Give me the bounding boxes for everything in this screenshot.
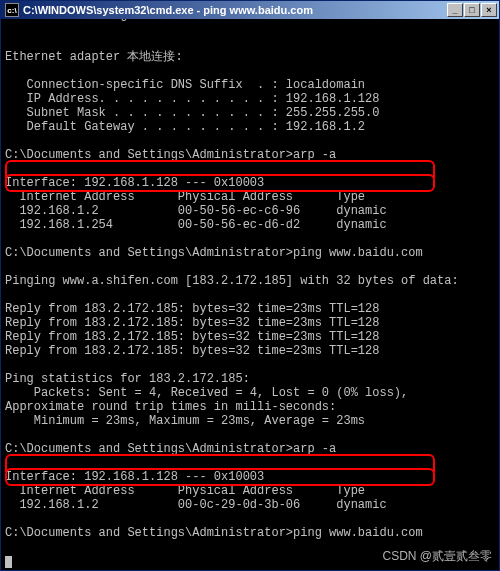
terminal-line: Approximate round trip times in milli-se… (5, 400, 495, 414)
terminal-line: Ping statistics for 183.2.172.185: (5, 372, 495, 386)
window-buttons: _ □ × (447, 3, 497, 17)
terminal-line: Reply from 183.2.172.185: bytes=32 time=… (5, 302, 495, 316)
terminal-line: Ethernet adapter 本地连接: (5, 50, 495, 64)
cmd-icon: c:\ (5, 3, 19, 17)
terminal-line: Internet Address Physical Address Type (5, 484, 495, 498)
terminal-line: 192.168.1.2 00-50-56-ec-c6-96 dynamic (5, 204, 495, 218)
terminal-line: Subnet Mask . . . . . . . . . . . : 255.… (5, 106, 495, 120)
title-bar[interactable]: c:\ C:\WINDOWS\system32\cmd.exe - ping w… (1, 1, 499, 19)
terminal-line: C:\Documents and Settings\Administrator>… (5, 246, 495, 260)
cmd-window: c:\ C:\WINDOWS\system32\cmd.exe - ping w… (0, 0, 500, 571)
terminal-line (5, 36, 495, 50)
terminal-line: Packets: Sent = 4, Received = 4, Lost = … (5, 386, 495, 400)
terminal-line: C:\Documents and Settings\Administrator>… (5, 148, 495, 162)
terminal-line: IP Address. . . . . . . . . . . . : 192.… (5, 92, 495, 106)
terminal-line (5, 260, 495, 274)
terminal-line: Default Gateway . . . . . . . . . : 192.… (5, 120, 495, 134)
terminal-line: Minimum = 23ms, Maximum = 23ms, Average … (5, 414, 495, 428)
terminal-line: Pinging www.a.shifen.com [183.2.172.185]… (5, 274, 495, 288)
terminal-line (5, 22, 495, 36)
terminal-line (5, 456, 495, 470)
terminal-line: Connection-specific DNS Suffix . : local… (5, 78, 495, 92)
close-button[interactable]: × (481, 3, 497, 17)
terminal-line: Interface: 192.168.1.128 --- 0x10003 (5, 470, 495, 484)
terminal-line (5, 540, 495, 554)
terminal-line: Interface: 192.168.1.128 --- 0x10003 (5, 176, 495, 190)
cursor-icon (5, 556, 12, 568)
terminal-line: 192.168.1.2 00-0c-29-0d-3b-06 dynamic (5, 498, 495, 512)
terminal-line: Internet Address Physical Address Type (5, 190, 495, 204)
terminal-line: Reply from 183.2.172.185: bytes=32 time=… (5, 316, 495, 330)
terminal-line (5, 64, 495, 78)
terminal-line: C:\Documents and Settings\Administrator>… (5, 442, 495, 456)
terminal-line: Reply from 183.2.172.185: bytes=32 time=… (5, 330, 495, 344)
terminal-line (5, 512, 495, 526)
terminal-output[interactable]: Microsoft Windows [版本 5.2.3790](C) 版权所有 … (1, 19, 499, 570)
terminal-cursor-line (5, 554, 495, 568)
terminal-line: 192.168.1.254 00-50-56-ec-d6-d2 dynamic (5, 218, 495, 232)
minimize-button[interactable]: _ (447, 3, 463, 17)
terminal-line (5, 134, 495, 148)
terminal-line: C:\Documents and Settings\Administrator>… (5, 526, 495, 540)
maximize-button[interactable]: □ (464, 3, 480, 17)
window-title: C:\WINDOWS\system32\cmd.exe - ping www.b… (23, 4, 447, 16)
terminal-line (5, 232, 495, 246)
terminal-line (5, 358, 495, 372)
terminal-line: Reply from 183.2.172.185: bytes=32 time=… (5, 344, 495, 358)
terminal-line (5, 428, 495, 442)
terminal-line (5, 162, 495, 176)
terminal-line (5, 288, 495, 302)
